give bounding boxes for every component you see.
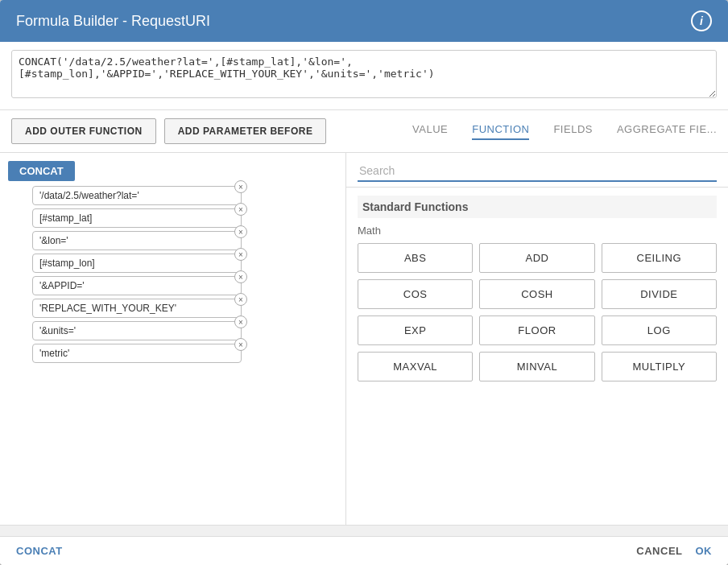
left-scroll[interactable]: CONCAT '/data/2.5/weather?lat=' × [#stam…: [8, 161, 337, 517]
func-abs[interactable]: ABS: [358, 243, 473, 273]
concat-root-button[interactable]: CONCAT: [8, 161, 75, 181]
right-panel: Standard Functions Math ABS ADD CEILING …: [346, 153, 728, 525]
func-cosh[interactable]: COSH: [479, 279, 594, 309]
info-icon-button[interactable]: i: [691, 10, 712, 31]
formula-area: CONCAT('/data/2.5/weather?lat=',[#stamp_…: [0, 42, 728, 110]
func-divide[interactable]: DIVIDE: [602, 279, 717, 309]
section-header: Standard Functions: [358, 196, 717, 218]
add-parameter-before-button[interactable]: ADD PARAMETER BEFORE: [164, 118, 327, 144]
list-item[interactable]: '&lon=' ×: [32, 231, 242, 250]
func-log[interactable]: LOG: [602, 315, 717, 345]
func-add[interactable]: ADD: [479, 243, 594, 273]
formula-builder-dialog: Formula Builder - RequestURI i CONCAT('/…: [0, 0, 728, 565]
param-list: '/data/2.5/weather?lat=' × [#stamp_lat] …: [8, 186, 337, 363]
list-item[interactable]: 'REPLACE_WITH_YOUR_KEY' ×: [32, 299, 242, 318]
tab-fields[interactable]: FIELDS: [553, 123, 593, 140]
close-icon[interactable]: ×: [234, 338, 247, 351]
dialog-header: Formula Builder - RequestURI i: [0, 0, 728, 42]
close-icon[interactable]: ×: [234, 270, 247, 283]
main-content: CONCAT '/data/2.5/weather?lat=' × [#stam…: [0, 153, 728, 525]
horizontal-scrollbar[interactable]: [0, 525, 728, 536]
func-ceiling[interactable]: CEILING: [602, 243, 717, 273]
func-floor[interactable]: FLOOR: [479, 315, 594, 345]
footer-label: CONCAT: [16, 545, 63, 557]
search-area: [346, 153, 728, 188]
close-icon[interactable]: ×: [234, 203, 247, 216]
close-icon[interactable]: ×: [234, 180, 247, 193]
tab-function[interactable]: FUNCTION: [472, 123, 529, 140]
func-exp[interactable]: EXP: [358, 315, 473, 345]
tab-value[interactable]: VALUE: [412, 123, 448, 140]
add-outer-function-button[interactable]: ADD OUTER FUNCTION: [11, 118, 156, 144]
func-maxval[interactable]: MAXVAL: [358, 352, 473, 381]
func-cos[interactable]: COS: [358, 279, 473, 309]
close-icon[interactable]: ×: [234, 248, 247, 261]
list-item[interactable]: '&units=' ×: [32, 321, 242, 340]
list-item[interactable]: [#stamp_lat] ×: [32, 208, 242, 228]
function-grid: ABS ADD CEILING COS COSH DIVIDE EXP FLOO…: [358, 243, 717, 381]
func-multiply[interactable]: MULTIPLY: [602, 352, 717, 381]
toolbar: ADD OUTER FUNCTION ADD PARAMETER BEFORE …: [0, 110, 728, 153]
dialog-footer: CONCAT CANCEL OK: [0, 536, 728, 565]
left-panel: CONCAT '/data/2.5/weather?lat=' × [#stam…: [0, 153, 346, 525]
list-item[interactable]: '/data/2.5/weather?lat=' ×: [32, 186, 242, 205]
list-item[interactable]: 'metric' ×: [32, 344, 242, 363]
dialog-title: Formula Builder - RequestURI: [16, 13, 210, 30]
list-item[interactable]: '&APPID=' ×: [32, 276, 242, 295]
close-icon[interactable]: ×: [234, 315, 247, 328]
search-input[interactable]: [358, 161, 717, 182]
formula-textarea[interactable]: CONCAT('/data/2.5/weather?lat=',[#stamp_…: [11, 50, 717, 98]
tab-aggregate[interactable]: AGGREGATE FIE...: [617, 123, 717, 140]
tab-bar: VALUE FUNCTION FIELDS AGGREGATE FIE...: [412, 123, 717, 140]
subsection-header: Math: [358, 225, 717, 237]
ok-button[interactable]: OK: [696, 545, 713, 557]
functions-list[interactable]: Standard Functions Math ABS ADD CEILING …: [346, 188, 728, 525]
func-minval[interactable]: MINVAL: [479, 352, 594, 381]
close-icon[interactable]: ×: [234, 293, 247, 306]
footer-actions: CANCEL OK: [636, 545, 712, 557]
list-item[interactable]: [#stamp_lon] ×: [32, 254, 242, 273]
close-icon[interactable]: ×: [234, 225, 247, 238]
cancel-button[interactable]: CANCEL: [636, 545, 682, 557]
